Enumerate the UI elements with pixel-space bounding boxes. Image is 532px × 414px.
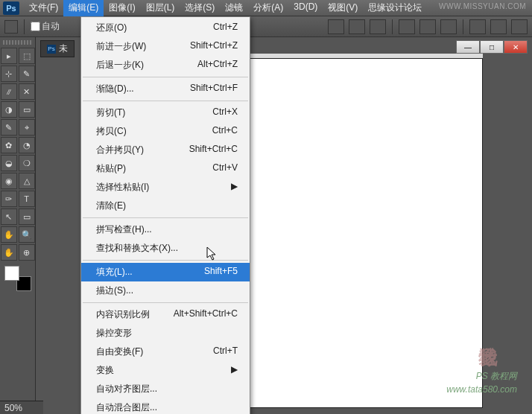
menu-item-shortcut: Alt+Ctrl+Z (197, 59, 238, 71)
menu-item-6[interactable]: 剪切(T)Ctrl+X (81, 104, 250, 122)
menu-item-label: 剪切(T) (96, 106, 125, 119)
menu-item-0[interactable]: 还原(O)Ctrl+Z (81, 19, 250, 37)
menu-item-label: 合并拷贝(Y) (96, 144, 144, 156)
menu-item-shortcut: Shift+F5 (204, 266, 238, 278)
menu-2[interactable]: 图像(I) (104, 0, 140, 16)
dist-btn-1[interactable] (469, 19, 486, 34)
menu-separator (83, 302, 248, 303)
menu-3[interactable]: 图层(L) (141, 0, 180, 16)
menu-item-10[interactable]: 选择性粘贴(I)▶ (81, 178, 250, 197)
foreground-color-swatch[interactable] (4, 266, 19, 281)
edit-menu-dropdown: 还原(O)Ctrl+Z前进一步(W)Shift+Ctrl+Z后退一步(K)Alt… (80, 16, 250, 414)
tool-preset-picker[interactable] (4, 20, 18, 34)
menu-separator (83, 217, 248, 218)
tool-4-0[interactable]: ✎ (1, 119, 17, 136)
tool-9-1[interactable]: ▭ (19, 208, 35, 225)
tool-10-1[interactable]: 🔍 (19, 226, 35, 243)
tool-6-1[interactable]: ❍ (19, 155, 35, 171)
menu-4[interactable]: 选择(S) (180, 0, 220, 16)
menu-item-11[interactable]: 清除(E) (81, 197, 250, 215)
menu-separator (83, 77, 248, 77)
menu-item-8[interactable]: 合并拷贝(Y)Shift+Ctrl+C (81, 141, 250, 159)
tool-11-1[interactable]: ⊕ (19, 244, 35, 261)
tool-3-1[interactable]: ▭ (19, 101, 35, 118)
tool-11-0[interactable]: ✋ (1, 244, 17, 261)
menu-item-20[interactable]: 操控变形 (81, 324, 250, 343)
maximize-button[interactable]: □ (480, 40, 504, 54)
menu-item-shortcut: Shift+Ctrl+Z (190, 40, 238, 53)
tool-2-1[interactable]: ✕ (19, 83, 35, 100)
menu-item-label: 粘贴(P) (96, 162, 126, 175)
menu-item-9[interactable]: 粘贴(P)Ctrl+V (81, 159, 250, 178)
document-tab[interactable]: Ps 未 (40, 40, 75, 57)
tool-9-0[interactable]: ↖ (1, 208, 17, 225)
dist-btn-3[interactable] (511, 19, 528, 34)
menu-item-14[interactable]: 查找和替换文本(X)... (81, 239, 250, 258)
menu-item-label: 自由变换(F) (96, 345, 143, 358)
menu-item-21[interactable]: 自由变换(F)Ctrl+T (81, 343, 250, 361)
menu-item-19[interactable]: 内容识别比例Alt+Shift+Ctrl+C (81, 305, 250, 324)
tool-1-0[interactable]: ⊹ (1, 66, 17, 82)
menu-item-1[interactable]: 前进一步(W)Shift+Ctrl+Z (81, 37, 250, 56)
tool-5-0[interactable]: ✿ (1, 137, 17, 153)
menu-item-label: 后退一步(K) (96, 59, 144, 71)
watermark-foot-2: www.tata580.com (446, 383, 517, 396)
menu-item-16[interactable]: 填充(L)...Shift+F5 (81, 263, 250, 281)
arrange-btn-3[interactable] (370, 19, 386, 34)
document-canvas[interactable] (229, 58, 483, 408)
align-btn-2[interactable] (419, 19, 436, 34)
tool-5-1[interactable]: ◔ (19, 137, 35, 153)
arrange-btn-2[interactable] (349, 19, 365, 34)
tool-0-0[interactable]: ▸ (1, 48, 17, 64)
menu-item-4[interactable]: 渐隐(D)...Shift+Ctrl+F (81, 80, 250, 98)
menu-8[interactable]: 视图(V) (323, 0, 363, 16)
close-button[interactable]: ✕ (504, 40, 528, 54)
menu-item-13[interactable]: 拼写检查(H)... (81, 220, 250, 239)
color-swatches[interactable] (4, 266, 31, 291)
tool-0-1[interactable]: ⬚ (19, 48, 35, 64)
tool-7-1[interactable]: △ (19, 173, 35, 189)
menu-item-label: 选择性粘贴(I) (96, 181, 149, 194)
status-bar: 50% (0, 401, 43, 414)
tool-8-1[interactable]: T (19, 191, 35, 207)
menu-item-label: 描边(S)... (96, 284, 133, 297)
minimize-button[interactable]: — (456, 40, 480, 54)
auto-checkbox[interactable]: 自动 (31, 20, 60, 33)
menu-1[interactable]: 编辑(E) (63, 0, 104, 16)
menu-0[interactable]: 文件(F) (24, 0, 63, 16)
tool-1-1[interactable]: ✎ (19, 66, 35, 82)
menu-item-2[interactable]: 后退一步(K)Alt+Ctrl+Z (81, 56, 250, 74)
tool-6-0[interactable]: ◒ (1, 155, 17, 171)
watermark-foot-1: PS 教程网 (446, 369, 517, 383)
align-btn-3[interactable] (440, 19, 457, 34)
menu-item-shortcut: ▶ (231, 181, 238, 194)
menu-item-23[interactable]: 自动对齐图层... (81, 380, 250, 398)
tool-2-0[interactable]: ⫽ (1, 83, 17, 100)
menu-separator (83, 101, 248, 101)
menu-item-22[interactable]: 变换▶ (81, 361, 250, 380)
menu-item-shortcut: Ctrl+C (212, 125, 238, 138)
menu-item-label: 前进一步(W) (96, 40, 146, 53)
tool-3-0[interactable]: ◑ (1, 101, 17, 118)
menu-item-24[interactable]: 自动混合图层... (81, 398, 250, 414)
menu-item-17[interactable]: 描边(S)... (81, 281, 250, 300)
arrange-btn-1[interactable] (328, 19, 344, 34)
tool-8-0[interactable]: ✑ (1, 191, 17, 207)
menu-item-7[interactable]: 拷贝(C)Ctrl+C (81, 122, 250, 141)
doc-icon: Ps (47, 45, 56, 54)
app-logo: Ps (3, 1, 19, 15)
menu-item-label: 拷贝(C) (96, 125, 127, 138)
toolbox-grip[interactable] (3, 40, 33, 45)
dist-btn-2[interactable] (490, 19, 507, 34)
menu-9[interactable]: 思缘设计论坛 (363, 0, 427, 16)
tool-4-1[interactable]: ⌖ (19, 119, 35, 136)
menu-7[interactable]: 3D(D) (288, 0, 323, 16)
auto-check-input[interactable] (31, 22, 40, 31)
zoom-level[interactable]: 50% (4, 403, 22, 413)
menu-6[interactable]: 分析(A) (248, 0, 288, 16)
tool-10-0[interactable]: ✋ (1, 226, 17, 243)
align-btn-1[interactable] (399, 19, 415, 34)
watermark-footer: PS 教程网 www.tata580.com (446, 369, 517, 396)
menu-5[interactable]: 滤镜 (220, 0, 248, 16)
tool-7-0[interactable]: ◉ (1, 173, 17, 189)
